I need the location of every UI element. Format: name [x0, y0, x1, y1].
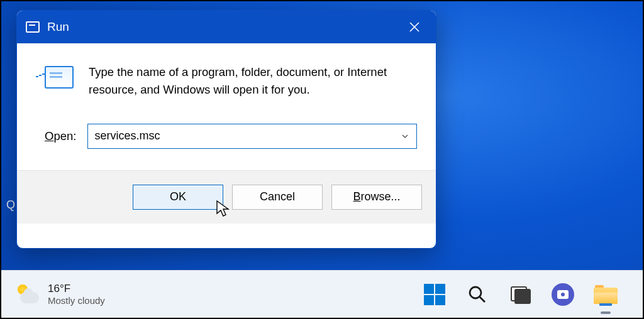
- svg-line-1: [480, 297, 485, 302]
- file-explorer-button[interactable]: [590, 279, 621, 310]
- cancel-button[interactable]: Cancel: [232, 185, 323, 210]
- folder-icon: [594, 285, 618, 304]
- button-row: OK Cancel Browse...: [17, 170, 436, 224]
- weather-temp: 16°F: [48, 282, 105, 295]
- weather-condition: Mostly cloudy: [48, 295, 105, 307]
- taskbar: 16°F Mostly cloudy: [1, 270, 643, 318]
- window-title: Run: [47, 20, 398, 34]
- task-view-icon: [511, 286, 530, 303]
- chat-icon: [552, 283, 574, 306]
- open-combobox[interactable]: [87, 124, 417, 149]
- task-view-button[interactable]: [504, 279, 536, 310]
- close-icon: [408, 21, 421, 33]
- svg-point-0: [470, 287, 481, 298]
- run-title-icon: [26, 21, 40, 33]
- titlebar[interactable]: Run: [17, 11, 436, 43]
- desktop-text-fragment: Q: [6, 198, 15, 212]
- search-icon: [468, 285, 487, 304]
- close-button[interactable]: [398, 11, 431, 43]
- weather-widget[interactable]: 16°F Mostly cloudy: [16, 282, 105, 307]
- open-input[interactable]: [94, 129, 399, 143]
- open-label: Open:: [45, 129, 76, 143]
- run-dialog: Run Type the name of a program, folder, …: [16, 10, 436, 249]
- weather-text: 16°F Mostly cloudy: [48, 282, 105, 307]
- chevron-down-icon[interactable]: [399, 130, 411, 143]
- chat-button[interactable]: [547, 279, 579, 310]
- run-icon: [45, 66, 74, 89]
- taskbar-items: [419, 279, 621, 310]
- dialog-body: Type the name of a program, folder, docu…: [17, 43, 436, 117]
- search-button[interactable]: [462, 279, 493, 310]
- start-button[interactable]: [419, 279, 450, 310]
- active-indicator: [601, 311, 611, 314]
- weather-icon: [16, 283, 39, 306]
- dialog-description: Type the name of a program, folder, docu…: [89, 63, 417, 99]
- open-row: Open:: [17, 117, 436, 170]
- ok-button[interactable]: OK: [133, 185, 223, 210]
- windows-logo-icon: [424, 284, 445, 305]
- browse-button[interactable]: Browse...: [331, 185, 422, 210]
